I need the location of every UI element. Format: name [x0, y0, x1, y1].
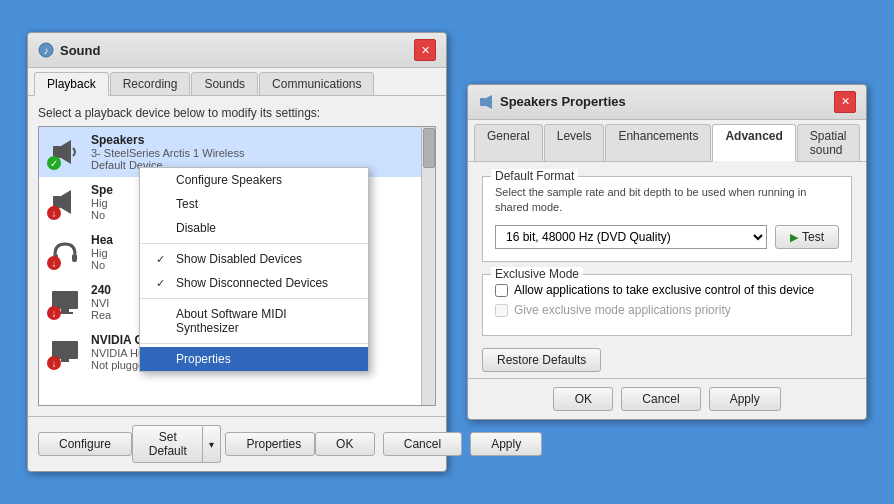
context-item-disable[interactable]: Disable [140, 216, 368, 240]
default-format-desc: Select the sample rate and bit depth to … [495, 185, 839, 216]
speakers-close-button[interactable]: ✕ [834, 91, 856, 113]
context-item-test[interactable]: Test [140, 192, 368, 216]
scrollbar-thumb[interactable] [423, 128, 435, 168]
sound-dialog-title: Sound [60, 43, 100, 58]
context-separator-3 [140, 343, 368, 344]
configure-button[interactable]: Configure [38, 432, 132, 456]
tab-advanced[interactable]: Advanced [712, 124, 795, 162]
allow-exclusive-checkbox[interactable] [495, 284, 508, 297]
device-status-red4: ↓ [47, 356, 61, 370]
properties-button[interactable]: Properties [225, 432, 314, 456]
sound-dialog-titlebar: ♪ Sound ✕ [28, 33, 446, 68]
speakers-ok-button[interactable]: OK [553, 387, 613, 411]
tab-sounds[interactable]: Sounds [191, 72, 258, 96]
svg-rect-9 [61, 309, 69, 312]
tab-playback[interactable]: Playback [34, 72, 109, 96]
format-select[interactable]: 16 bit, 48000 Hz (DVD Quality) [495, 225, 767, 249]
context-separator-2 [140, 298, 368, 299]
context-item-show-disabled[interactable]: ✓ Show Disabled Devices [140, 247, 368, 271]
sound-dialog-footer: Configure Set Default ▾ Properties OK Ca… [28, 416, 446, 471]
give-priority-checkbox[interactable] [495, 304, 508, 317]
device-icon: ✓ [47, 134, 83, 170]
sound-close-button[interactable]: ✕ [414, 39, 436, 61]
sound-dialog: ♪ Sound ✕ Playback Recording Sounds Comm… [27, 32, 447, 472]
restore-defaults-button[interactable]: Restore Defaults [482, 348, 601, 372]
set-default-button[interactable]: Set Default [132, 425, 203, 463]
tab-recording[interactable]: Recording [110, 72, 191, 96]
play-icon: ▶ [790, 231, 798, 244]
set-default-group: Set Default ▾ [132, 425, 221, 463]
speakers-apply-button[interactable]: Apply [709, 387, 781, 411]
context-item-configure[interactable]: Configure Speakers [140, 168, 368, 192]
exclusive-mode-label: Exclusive Mode [491, 267, 583, 281]
svg-marker-14 [486, 95, 492, 109]
device-icon: ↓ [47, 284, 83, 320]
tab-general[interactable]: General [474, 124, 543, 162]
context-item-about-midi[interactable]: About Software MIDI Synthesizer [140, 302, 368, 340]
device-status-green: ✓ [47, 156, 61, 170]
device-icon: ↓ [47, 334, 83, 370]
apply-button[interactable]: Apply [470, 432, 542, 456]
device-name: Speakers [91, 133, 427, 147]
speakers-tabs: General Levels Enhancements Advanced Spa… [468, 120, 866, 162]
device-list-container: ✓ Speakers 3- SteelSeries Arctis 1 Wirel… [38, 126, 436, 406]
svg-rect-13 [480, 98, 486, 106]
sound-tabs: Playback Recording Sounds Communications [28, 68, 446, 96]
svg-text:♪: ♪ [44, 45, 49, 56]
device-status-red2: ↓ [47, 256, 61, 270]
device-status-red: ↓ [47, 206, 61, 220]
speakers-title-icon [478, 94, 494, 110]
speakers-properties-dialog: Speakers Properties ✕ General Levels Enh… [467, 84, 867, 421]
device-status-red3: ↓ [47, 306, 61, 320]
context-separator-1 [140, 243, 368, 244]
svg-marker-5 [61, 190, 71, 214]
svg-marker-3 [61, 140, 71, 164]
sound-title-icon: ♪ [38, 42, 54, 58]
context-item-show-disconnected[interactable]: ✓ Show Disconnected Devices [140, 271, 368, 295]
ok-button[interactable]: OK [315, 432, 375, 456]
tab-spatial-sound[interactable]: Spatial sound [797, 124, 860, 162]
allow-exclusive-row: Allow applications to take exclusive con… [495, 283, 839, 297]
device-icon: ↓ [47, 234, 83, 270]
context-menu: Configure Speakers Test Disable ✓ Show D… [139, 167, 369, 372]
set-default-arrow[interactable]: ▾ [203, 425, 221, 463]
tab-levels[interactable]: Levels [544, 124, 605, 162]
allow-exclusive-label: Allow applications to take exclusive con… [514, 283, 814, 297]
device-icon: ↓ [47, 184, 83, 220]
speakers-dialog-title: Speakers Properties [500, 94, 626, 109]
speakers-cancel-button[interactable]: Cancel [621, 387, 700, 411]
default-format-label: Default Format [491, 169, 578, 183]
svg-rect-12 [61, 359, 69, 362]
tab-communications[interactable]: Communications [259, 72, 374, 96]
device-list-label: Select a playback device below to modify… [38, 106, 436, 120]
test-button[interactable]: ▶ Test [775, 225, 839, 249]
context-item-properties[interactable]: Properties [140, 347, 368, 371]
device-subname: 3- SteelSeries Arctis 1 Wireless [91, 147, 427, 159]
speakers-dialog-titlebar: Speakers Properties ✕ [468, 85, 866, 120]
tab-enhancements[interactable]: Enhancements [605, 124, 711, 162]
exclusive-mode-section: Exclusive Mode Allow applications to tak… [482, 274, 852, 336]
cancel-button[interactable]: Cancel [383, 432, 462, 456]
scrollbar-track[interactable] [421, 127, 435, 405]
default-format-section: Default Format Select the sample rate an… [482, 176, 852, 263]
svg-rect-7 [72, 254, 77, 262]
speakers-dialog-footer: OK Cancel Apply [468, 378, 866, 419]
give-priority-row: Give exclusive mode applications priorit… [495, 303, 839, 317]
give-priority-label: Give exclusive mode applications priorit… [514, 303, 731, 317]
